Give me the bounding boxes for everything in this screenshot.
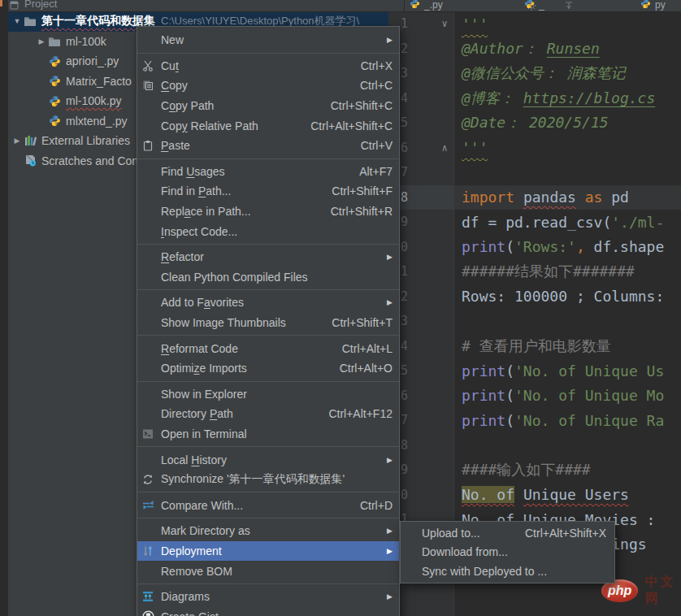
menu-item-inspect-code[interactable]: Inspect Code... (137, 221, 399, 241)
menu-item-copy[interactable]: Copy Ctrl+C (137, 76, 399, 96)
stripe-marker (0, 0, 2, 7)
tree-item-label: apriori_.py (66, 54, 119, 67)
menu-item-refactor[interactable]: Refactor ▶ (137, 247, 399, 267)
code-token: @Author： (462, 39, 547, 59)
code-line[interactable] (454, 309, 681, 334)
menu-item-sync-with-deployed-to[interactable]: Sync with Deployed to ... (401, 562, 614, 581)
editor-tab[interactable]: _.py (410, 0, 443, 11)
menu-item-upload-to[interactable]: Upload to... Ctrl+Alt+Shift+X (401, 523, 614, 543)
scratches-icon (23, 154, 37, 167)
code-token: , (576, 238, 585, 255)
menu-item-diagrams[interactable]: Diagrams ▶ (137, 587, 399, 607)
menu-item-synchronize[interactable]: Synchronize '第十一章代码和数据集' (137, 470, 399, 490)
editor-tab-label: _.py (424, 0, 443, 11)
menu-separator (137, 583, 399, 584)
menu-item-reformat-code[interactable]: Reformat Code Ctrl+Alt+L (137, 338, 399, 358)
expand-arrow-icon[interactable]: ▶ (36, 37, 47, 46)
menu-item-label: Create Gist... (161, 610, 228, 616)
menu-item-label: New (161, 33, 184, 46)
menu-item-label: Clean Python Compiled Files (161, 271, 308, 284)
cut-icon (142, 59, 161, 72)
deployment-icon (142, 544, 161, 557)
python-icon (47, 115, 62, 128)
menu-item-add-to-favorites[interactable]: Add to Favorites ▶ (137, 293, 399, 313)
menu-item-shortcut: Ctrl+Alt+Shift+X (525, 527, 606, 540)
code-line[interactable]: # 查看用户和电影数量 (454, 334, 681, 359)
code-line[interactable]: ''' (454, 11, 681, 37)
code-line[interactable] (454, 160, 681, 185)
code-line[interactable]: Rows: 100000 ; Columns: (454, 284, 681, 310)
menu-item-paste[interactable]: Paste Ctrl+V (137, 136, 399, 156)
code-line[interactable] (454, 433, 681, 458)
menu-item-label: Refactor (161, 250, 204, 263)
fold-marker-icon[interactable]: ∧ (439, 136, 450, 161)
code-token (514, 189, 523, 206)
code-line[interactable]: @Date： 2020/5/15 (454, 111, 681, 136)
terminal-icon (142, 427, 161, 440)
menu-item-directory-path[interactable]: Directory Path Ctrl+Alt+F12 (137, 404, 399, 424)
menu-item-download-from[interactable]: Download from... (401, 543, 614, 562)
code-token: as (585, 189, 603, 206)
fold-marker-icon[interactable]: ∨ (439, 11, 450, 37)
code-line[interactable]: ######结果如下####### (454, 259, 681, 284)
menu-item-find-usages[interactable]: Find Usages Alt+F7 (137, 162, 399, 182)
menu-item-compare-with[interactable]: Compare With... Ctrl+D (137, 495, 399, 515)
code-token: Rows: 100000 ; Columns: (462, 288, 664, 305)
menu-item-show-image-thumbnails[interactable]: Show Image Thumbnails Ctrl+Shift+T (137, 313, 399, 333)
code-line[interactable]: import pandas as pd (454, 185, 681, 210)
editor-tab[interactable]: _ (524, 0, 544, 11)
menu-item-cut[interactable]: Cut Ctrl+X (137, 56, 399, 76)
menu-item-label: Compare With... (161, 499, 243, 512)
menu-item-copy-path[interactable]: Copy Path Ctrl+Shift+C (137, 96, 399, 116)
gist-icon (142, 610, 161, 616)
code-token: Unique Users (523, 486, 629, 503)
menu-item-label: Diagrams (161, 590, 210, 603)
menu-item-open-in-terminal[interactable]: Open in Terminal (137, 424, 399, 445)
menu-item-optimize-imports[interactable]: Optimize Imports Ctrl+Alt+O (137, 358, 399, 379)
collapse-arrow-icon[interactable]: ▼ (11, 17, 23, 25)
code-token: No. of (462, 486, 514, 503)
code-line[interactable]: No. of Unique Users (454, 483, 681, 508)
code-line[interactable]: ####输入如下#### (454, 458, 681, 483)
menu-item-shortcut: Ctrl+C (360, 79, 393, 92)
menu-item-find-in-path[interactable]: Find in Path... Ctrl+Shift+F (137, 181, 399, 202)
menu-item-create-gist[interactable]: Create Gist... (137, 606, 399, 616)
editor-tab[interactable]: py (640, 0, 666, 11)
submenu-arrow-icon: ▶ (384, 298, 393, 306)
python-icon (47, 54, 62, 67)
code-line[interactable]: print('No. of Unique Mo (454, 384, 681, 409)
code-line[interactable]: df = pd.read_csv('./ml- (454, 210, 681, 235)
python-icon (410, 0, 420, 11)
menu-item-copy-relative-path[interactable]: Copy Relative Path Ctrl+Alt+Shift+C (137, 115, 399, 136)
code-token: print (462, 412, 505, 429)
code-token: print (462, 238, 505, 255)
code-line[interactable]: ''' (454, 136, 681, 161)
code-line[interactable]: @微信公众号： 润森笔记 (454, 61, 681, 86)
menu-item-label: Add to Favorites (161, 296, 244, 309)
menu-item-shortcut: Ctrl+Shift+R (331, 205, 393, 218)
tree-item-label: Matrix_Facto (66, 75, 132, 88)
menu-item-local-history[interactable]: Local History ▶ (137, 449, 399, 470)
menu-item-label: Paste (161, 139, 190, 152)
code-line[interactable]: print('No. of Unique Us (454, 358, 681, 384)
code-line[interactable]: @博客： https://blog.cs (454, 86, 681, 111)
menu-item-remove-bom[interactable]: Remove BOM (137, 561, 399, 581)
menu-item-show-in-explorer[interactable]: Show in Explorer (137, 384, 399, 405)
menu-item-deployment[interactable]: Deployment ▶ (137, 541, 399, 562)
menu-item-clean-python-compiled-files[interactable]: Clean Python Compiled Files (137, 267, 399, 288)
code-line[interactable]: print('No. of Unique Ra (454, 408, 681, 433)
menu-item-shortcut: Ctrl+Alt+L (342, 342, 393, 355)
hide-panel-icon[interactable] (564, 0, 574, 12)
context-menu: New ▶ Cut Ctrl+X Copy Ctrl+C Copy Path C… (137, 26, 400, 616)
code-line[interactable]: print('Rows:', df.shape (454, 235, 681, 260)
editor-tab-label: _ (539, 0, 544, 11)
menu-item-new[interactable]: New ▶ (137, 30, 399, 50)
menu-item-mark-directory-as[interactable]: Mark Directory as ▶ (137, 521, 399, 541)
submenu-arrow-icon: ▶ (384, 527, 393, 535)
menu-item-replace-in-path[interactable]: Replace in Path... Ctrl+Shift+R (137, 202, 399, 222)
php-watermark-suffix: 中文网 (644, 574, 681, 608)
menu-item-label: Reformat Code (161, 342, 238, 355)
expand-arrow-icon[interactable]: ▶ (11, 137, 23, 145)
menu-separator (137, 518, 399, 518)
code-line[interactable]: @Author： Runsen (454, 37, 681, 62)
